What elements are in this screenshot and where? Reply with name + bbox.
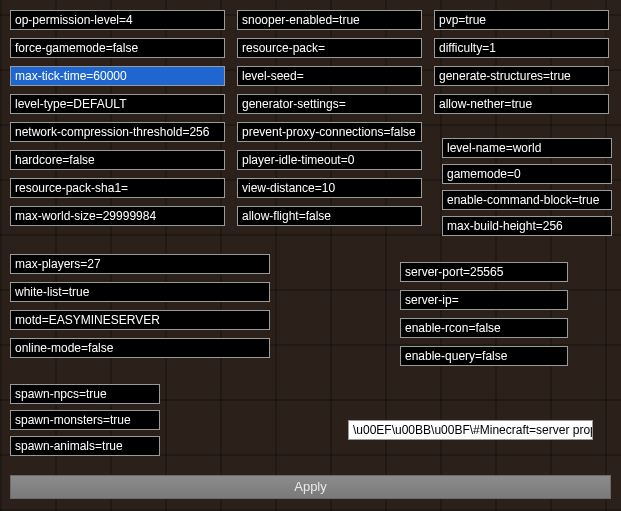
prop-resource-pack-sha1[interactable]: resource-pack-sha1= (10, 178, 225, 198)
prop-allow-nether[interactable]: allow-nether=true (434, 94, 609, 114)
prop-snooper-enabled[interactable]: snooper-enabled=true (237, 10, 422, 30)
prop-resource-pack[interactable]: resource-pack= (237, 38, 422, 58)
prop-spawn-animals[interactable]: spawn-animals=true (10, 436, 160, 456)
server-properties-pane: op-permission-level=4 force-gamemode=fal… (0, 0, 621, 511)
prop-generator-settings[interactable]: generator-settings= (237, 94, 422, 114)
prop-spawn-monsters[interactable]: spawn-monsters=true (10, 410, 160, 430)
prop-online-mode[interactable]: online-mode=false (10, 338, 270, 358)
prop-level-type[interactable]: level-type=DEFAULT (10, 94, 225, 114)
prop-network-compression-threshold[interactable]: network-compression-threshold=256 (10, 122, 225, 142)
prop-generate-structures[interactable]: generate-structures=true (434, 66, 609, 86)
prop-max-world-size[interactable]: max-world-size=29999984 (10, 206, 225, 226)
prop-level-seed[interactable]: level-seed= (237, 66, 422, 86)
prop-allow-flight[interactable]: allow-flight=false (237, 206, 422, 226)
prop-view-distance[interactable]: view-distance=10 (237, 178, 422, 198)
prop-prevent-proxy-connections[interactable]: prevent-proxy-connections=false (237, 122, 422, 142)
prop-enable-command-block[interactable]: enable-command-block=true (442, 190, 612, 210)
prop-spawn-npcs[interactable]: spawn-npcs=true (10, 384, 160, 404)
prop-motd[interactable]: motd=EASYMINESERVER (10, 310, 270, 330)
prop-gamemode[interactable]: gamemode=0 (442, 164, 612, 184)
prop-difficulty[interactable]: difficulty=1 (434, 38, 609, 58)
prop-op-permission-level[interactable]: op-permission-level=4 (10, 10, 225, 30)
prop-server-ip[interactable]: server-ip= (400, 290, 568, 310)
prop-force-gamemode[interactable]: force-gamemode=false (10, 38, 225, 58)
prop-enable-rcon[interactable]: enable-rcon=false (400, 318, 568, 338)
prop-white-list[interactable]: white-list=true (10, 282, 270, 302)
prop-raw-header[interactable]: \u00EF\u00BB\u00BF\#Minecraft=server pro… (348, 420, 593, 440)
prop-player-idle-timeout[interactable]: player-idle-timeout=0 (237, 150, 422, 170)
prop-enable-query[interactable]: enable-query=false (400, 346, 568, 366)
prop-max-tick-time[interactable]: max-tick-time=60000 (10, 66, 225, 86)
prop-server-port[interactable]: server-port=25565 (400, 262, 568, 282)
prop-hardcore[interactable]: hardcore=false (10, 150, 225, 170)
prop-max-build-height[interactable]: max-build-height=256 (442, 216, 612, 236)
prop-max-players[interactable]: max-players=27 (10, 254, 270, 274)
prop-pvp[interactable]: pvp=true (434, 10, 609, 30)
apply-button[interactable]: Apply (10, 475, 611, 499)
prop-level-name[interactable]: level-name=world (442, 138, 612, 158)
